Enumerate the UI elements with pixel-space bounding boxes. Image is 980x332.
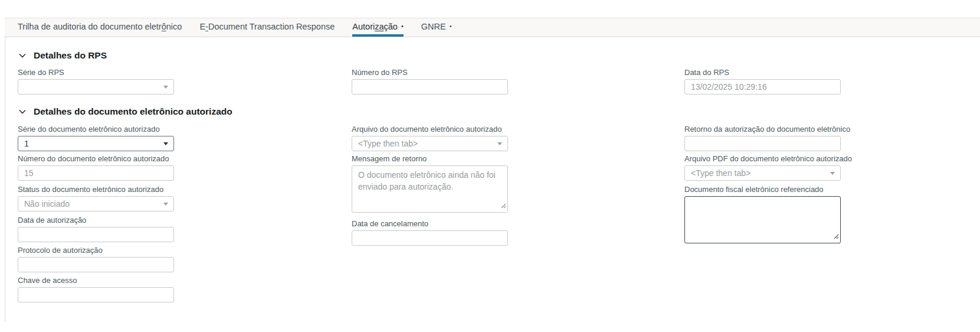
section-title: Detalhes do documento eletrônico autoriz… [34, 106, 232, 117]
mensagem-retorno-textarea[interactable]: O documento eletrônico ainda não foi env… [352, 165, 508, 213]
field-serie-documento-autorizado: Série do documento eletrônico autorizado… [18, 125, 174, 151]
field-label: Série do RPS [18, 68, 174, 77]
field-retorno-autorizacao: Retorno da autorização do documento elet… [684, 125, 841, 151]
data-rps-input[interactable] [684, 79, 841, 95]
section-header-detalhes-documento[interactable]: Detalhes do documento eletrônico autoriz… [19, 106, 232, 117]
tab-autorizacao-documentos[interactable]: Autorização• [352, 18, 403, 37]
protocolo-autorizacao-input[interactable] [18, 257, 174, 272]
field-label: Arquivo PDF do documento eletrônico auto… [684, 154, 841, 163]
tab-label: GNRE [421, 22, 446, 31]
dropdown-caret-icon [830, 172, 835, 175]
resize-handle-icon[interactable] [501, 200, 506, 211]
combobox-placeholder: <Type then tab> [358, 139, 418, 148]
numero-documento-input[interactable] [18, 165, 174, 181]
field-label: Documento fiscal eletrônico referenciado [684, 185, 841, 194]
resize-handle-icon[interactable] [834, 231, 839, 242]
arquivo-pdf-combobox[interactable]: <Type then tab> [684, 165, 841, 181]
tab-trilha-auditoria[interactable]: Trilha de auditoria do documento eletrôn… [18, 18, 182, 37]
field-documento-fiscal-referenciado: Documento fiscal eletrônico referenciado [684, 185, 841, 243]
section-header-detalhes-rps[interactable]: Detalhes do RPS [19, 50, 107, 61]
field-data-do-rps: Data do RPS [684, 68, 841, 95]
field-label: Data de cancelamento [352, 219, 508, 228]
tab-gnre[interactable]: GNRE• [421, 18, 452, 37]
data-cancelamento-input[interactable] [352, 230, 508, 246]
field-label: Protocolo de autorização [18, 246, 174, 255]
select-value: 1 [24, 139, 29, 148]
serie-rps-select[interactable] [18, 79, 174, 95]
tab-label: Document Transaction Response [208, 22, 335, 31]
chevron-down-icon [19, 53, 26, 58]
field-label: Série do documento eletrônico autorizado [18, 125, 174, 134]
chevron-down-icon [19, 109, 26, 114]
tab-label: za [375, 22, 384, 31]
documento-fiscal-textarea[interactable] [684, 196, 841, 243]
retorno-autorizacao-input[interactable] [684, 136, 841, 151]
tab-label: ção [384, 22, 398, 31]
numero-rps-input[interactable] [352, 79, 508, 95]
select-value: Não iniciado [24, 199, 70, 209]
tab-modified-dot-icon: • [401, 23, 404, 30]
section-title: Detalhes do RPS [34, 50, 107, 61]
dropdown-caret-icon [163, 86, 168, 89]
field-label: Número do RPS [352, 68, 508, 77]
field-label: Chave de acesso [18, 276, 174, 285]
tab-label: Autori [352, 22, 375, 31]
combobox-placeholder: <Type then tab> [691, 168, 750, 178]
tab-modified-dot-icon: • [450, 23, 452, 30]
field-numero-do-rps: Número do RPS [352, 68, 508, 95]
field-data-de-autorizacao: Data de autorização [18, 216, 174, 242]
tab-label: Trilha de auditoria do documento eletr [18, 22, 162, 31]
arquivo-documento-combobox[interactable]: <Type then tab> [352, 136, 508, 151]
dropdown-caret-icon [163, 203, 168, 206]
panel-left-border [5, 18, 5, 322]
status-documento-select[interactable]: Não iniciado [18, 196, 174, 211]
field-mensagem-de-retorno: Mensagem de retorno O documento eletrôni… [352, 154, 508, 213]
field-label: Retorno da autorização do documento elet… [684, 125, 841, 134]
subtab-bar: Trilha de auditoria do documento eletrôn… [5, 18, 980, 37]
field-label: Mensagem de retorno [352, 154, 508, 163]
tab-label: E [199, 22, 205, 31]
data-autorizacao-input[interactable] [18, 227, 174, 242]
serie-documento-select[interactable]: 1 [18, 136, 174, 151]
field-arquivo-documento-autorizado: Arquivo do documento eletrônico autoriza… [352, 125, 508, 151]
field-numero-documento-autorizado: Número do documento eletrônico autorizad… [18, 154, 174, 181]
dropdown-caret-icon [163, 142, 168, 145]
field-protocolo-de-autorizacao: Protocolo de autorização [18, 246, 174, 272]
field-label: Data do RPS [684, 68, 841, 77]
field-label: Status do documento eletrônico autorizad… [18, 185, 174, 194]
field-chave-de-acesso: Chave de acesso [18, 276, 174, 302]
tab-edocument-transaction-response[interactable]: E-Document Transaction Response [199, 18, 335, 37]
edocument-form-page: Trilha de auditoria do documento eletrôn… [0, 0, 980, 332]
dropdown-caret-icon [497, 142, 502, 145]
field-status-documento-autorizado: Status do documento eletrônico autorizad… [18, 185, 174, 211]
tab-label: ô [162, 22, 166, 31]
field-label: Data de autorização [18, 216, 174, 224]
field-arquivo-pdf-documento: Arquivo PDF do documento eletrônico auto… [684, 154, 841, 181]
field-serie-do-rps: Série do RPS [18, 68, 174, 95]
field-label: Arquivo do documento eletrônico autoriza… [352, 125, 508, 134]
chave-acesso-input[interactable] [18, 287, 174, 302]
field-data-de-cancelamento: Data de cancelamento [352, 219, 508, 246]
field-label: Número do documento eletrônico autorizad… [18, 154, 174, 163]
tab-label: nico [166, 22, 182, 31]
